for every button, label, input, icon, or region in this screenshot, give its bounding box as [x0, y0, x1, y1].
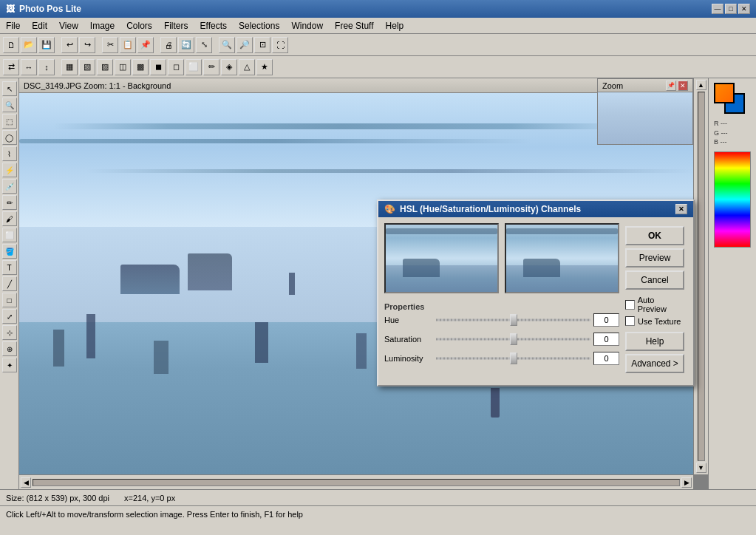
- tool-zoom[interactable]: 🔍: [2, 98, 17, 112]
- tool-heal[interactable]: ✦: [2, 358, 17, 372]
- tool-clone[interactable]: ⊕: [2, 341, 17, 356]
- dialog-title-text: HSL (Hue/Saturation/Luminosity) Channels: [400, 204, 581, 214]
- tb2-select[interactable]: ⇄: [3, 59, 19, 75]
- dialog-close-button[interactable]: ✕: [675, 204, 687, 214]
- luminosity-slider-container[interactable]: [436, 351, 590, 366]
- h-scrollbar[interactable]: ◀ ▶: [19, 474, 693, 489]
- tb2-star[interactable]: ★: [256, 59, 273, 75]
- tb-redo[interactable]: ↪: [79, 37, 95, 53]
- menu-edit[interactable]: Edit: [26, 19, 53, 33]
- tool-text[interactable]: T: [2, 260, 17, 275]
- tb-undo[interactable]: ↩: [61, 37, 78, 53]
- tb2-effect3[interactable]: ◻: [168, 59, 184, 75]
- tb2-layer[interactable]: ▦: [61, 59, 78, 75]
- v-scrollbar[interactable]: ▲ ▼: [693, 78, 708, 474]
- foreground-color[interactable]: [714, 83, 735, 103]
- window-controls: — □ ✕: [712, 4, 750, 14]
- close-button[interactable]: ✕: [738, 4, 750, 14]
- left-toolbar: ↖ 🔍 ⬚ ◯ ⌇ ⚡ 💉 ✏ 🖌 ⬜ 🪣 T ╱ □ ⤢ ⊹ ⊕ ✦: [0, 78, 19, 489]
- tb-print[interactable]: 🖨: [160, 37, 177, 53]
- tb-zoom-out[interactable]: 🔎: [236, 37, 253, 53]
- tb-rotate[interactable]: 🔄: [178, 37, 194, 53]
- saturation-slider-thumb[interactable]: [510, 333, 517, 345]
- dialog-title-icon: 🎨: [384, 204, 395, 214]
- tb2-layer3[interactable]: ▨: [97, 59, 113, 75]
- tb-full[interactable]: ⛶: [272, 37, 288, 53]
- tool-magic[interactable]: ⚡: [2, 163, 17, 177]
- menu-selections[interactable]: Selections: [233, 19, 285, 33]
- tool-eraser[interactable]: ⬜: [2, 228, 17, 242]
- tb-fit[interactable]: ⊡: [254, 37, 270, 53]
- app-title-text: Photo Pos Lite: [19, 4, 81, 14]
- zoom-panel-title: Zoom 📌 ✕: [598, 79, 692, 92]
- auto-preview-checkbox[interactable]: [625, 300, 635, 310]
- hue-slider-container[interactable]: [436, 313, 590, 327]
- tb2-move[interactable]: ↔: [21, 59, 37, 75]
- menu-file[interactable]: File: [0, 19, 26, 33]
- tool-select-rect[interactable]: ⬚: [2, 114, 17, 129]
- tool-arrow[interactable]: ↖: [2, 81, 17, 96]
- tb-cut[interactable]: ✂: [102, 37, 118, 53]
- canvas-filename: DSC_3149.JPG Zoom: 1:1 - Background: [24, 81, 171, 90]
- tb2-fill[interactable]: ◈: [221, 59, 237, 75]
- zoom-close[interactable]: ✕: [678, 81, 688, 91]
- maximize-button[interactable]: □: [725, 4, 737, 14]
- tool-shape[interactable]: □: [2, 293, 17, 307]
- preview-container: [384, 223, 619, 293]
- use-texture-row: Use Texture: [625, 316, 681, 326]
- menu-free-stuff[interactable]: Free Stuff: [329, 19, 379, 33]
- menu-help[interactable]: Help: [380, 19, 410, 33]
- tb-open[interactable]: 📂: [21, 37, 37, 53]
- app-icon: 🖼: [6, 4, 15, 14]
- zoom-pin[interactable]: 📌: [666, 81, 676, 91]
- cancel-button[interactable]: Cancel: [625, 270, 684, 290]
- tb2-effect1[interactable]: ▩: [132, 59, 149, 75]
- right-panel: R --- G --- B ---: [708, 78, 756, 489]
- tb-copy[interactable]: 📋: [120, 37, 136, 53]
- tool-lasso[interactable]: ⌇: [2, 146, 17, 161]
- tool-crop[interactable]: ⊹: [2, 325, 17, 340]
- tb2-effect4[interactable]: ⬜: [185, 59, 202, 75]
- preview-button[interactable]: Preview: [625, 248, 684, 268]
- menu-effects[interactable]: Effects: [194, 19, 233, 33]
- ok-button[interactable]: OK: [625, 226, 684, 245]
- tb2-shape[interactable]: △: [239, 59, 255, 75]
- color-picker[interactable]: [714, 151, 751, 248]
- saturation-value: 0: [593, 333, 619, 346]
- rgb-display: R --- G --- B ---: [714, 119, 751, 147]
- luminosity-slider-thumb[interactable]: [510, 352, 517, 364]
- tool-brush[interactable]: 🖌: [2, 211, 17, 226]
- tb2-arrow[interactable]: ↕: [38, 59, 55, 75]
- tool-fill[interactable]: 🪣: [2, 244, 17, 259]
- minimize-button[interactable]: —: [712, 4, 723, 14]
- tool-line[interactable]: ╱: [2, 276, 17, 291]
- advanced-button[interactable]: Advanced >: [625, 354, 684, 373]
- menu-image[interactable]: Image: [84, 19, 120, 33]
- hue-slider-thumb[interactable]: [510, 314, 517, 326]
- hue-value: 0: [593, 313, 619, 327]
- menu-colors[interactable]: Colors: [120, 19, 158, 33]
- toolbar-1: 🗋 📂 💾 ↩ ↪ ✂ 📋 📌 🖨 🔄 ⤡ 🔍 🔎 ⊡ ⛶: [0, 34, 756, 56]
- tb-resize[interactable]: ⤡: [196, 37, 212, 53]
- tb-zoom-in[interactable]: 🔍: [219, 37, 235, 53]
- canvas-title-bar: DSC_3149.JPG Zoom: 1:1 - Background — □ …: [19, 78, 693, 93]
- help-button[interactable]: Help: [625, 332, 684, 351]
- tool-select-ellipse[interactable]: ◯: [2, 130, 17, 145]
- menu-view[interactable]: View: [53, 19, 84, 33]
- tb2-layer2[interactable]: ▧: [79, 59, 95, 75]
- tb2-canvas[interactable]: ◫: [115, 59, 131, 75]
- tb-save[interactable]: 💾: [38, 37, 55, 53]
- tb-new[interactable]: 🗋: [3, 37, 19, 53]
- tb-paste[interactable]: 📌: [137, 37, 154, 53]
- tool-paint[interactable]: ✏: [2, 195, 17, 210]
- saturation-slider-container[interactable]: [436, 332, 590, 347]
- use-texture-checkbox[interactable]: [625, 316, 635, 326]
- tb2-effect2[interactable]: ◼: [150, 59, 166, 75]
- menu-window[interactable]: Window: [285, 19, 329, 33]
- tool-eyedrop[interactable]: 💉: [2, 179, 17, 194]
- cursor-coords: x=214, y=0 px: [124, 494, 175, 502]
- tb2-brush[interactable]: ✏: [203, 59, 219, 75]
- image-size: Size: (812 x 539) px, 300 dpi: [6, 494, 109, 502]
- menu-filters[interactable]: Filters: [158, 19, 194, 33]
- tool-transform[interactable]: ⤢: [2, 309, 17, 324]
